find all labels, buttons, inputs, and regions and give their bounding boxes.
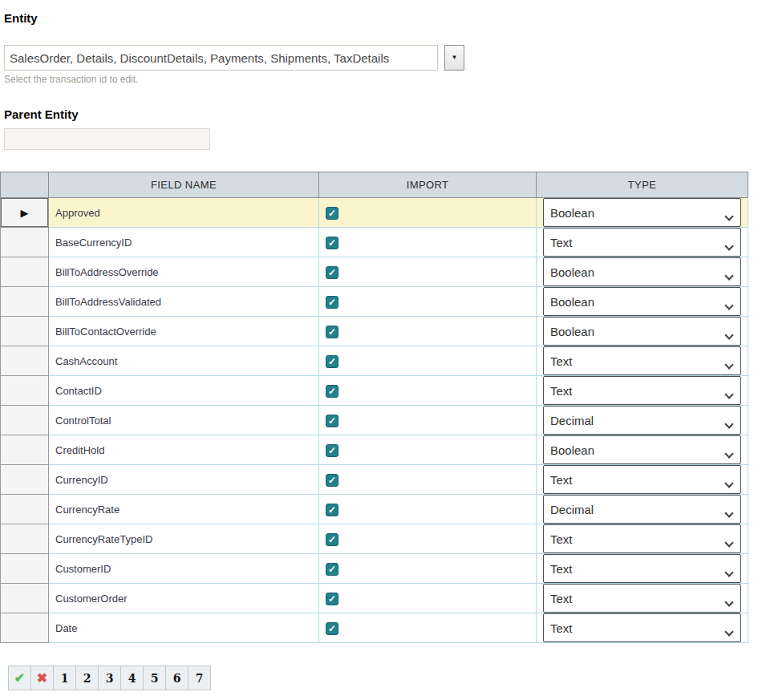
import-cell: ✓: [319, 346, 537, 376]
field-name-text: CreditHold: [55, 444, 104, 456]
import-checkbox[interactable]: ✓: [326, 563, 338, 576]
import-cell: ✓: [319, 317, 537, 346]
type-cell: Text: [537, 584, 748, 613]
table-row[interactable]: ▶ Date ✓ Text: [1, 613, 748, 643]
type-select[interactable]: Decimal: [543, 406, 741, 435]
table-row[interactable]: ▶ BillToAddressValidated ✓ Boolean: [1, 287, 748, 317]
import-checkbox[interactable]: ✓: [326, 504, 338, 516]
field-name-cell: CashAccount: [49, 346, 319, 376]
table-row[interactable]: ▶ CashAccount ✓ Text: [1, 346, 748, 376]
type-select[interactable]: Decimal: [543, 495, 741, 524]
table-row[interactable]: ▶ ContactID ✓ Text: [1, 376, 748, 406]
import-checkbox[interactable]: ✓: [326, 207, 338, 220]
row-selector-cell[interactable]: ▶: [1, 317, 49, 346]
import-checkbox[interactable]: ✓: [326, 355, 338, 368]
row-selector-cell[interactable]: ▶: [1, 435, 49, 465]
type-select[interactable]: Text: [543, 465, 741, 494]
row-selector-cell[interactable]: ▶: [1, 554, 49, 584]
type-select[interactable]: Text: [543, 584, 741, 613]
type-cell: Text: [537, 465, 748, 495]
pager-page-button[interactable]: 1: [53, 666, 76, 690]
pager-cancel-button[interactable]: ✖: [30, 666, 54, 690]
pager-page-button[interactable]: 5: [143, 666, 166, 690]
row-selector-cell[interactable]: ▶: [1, 406, 49, 435]
import-checkbox[interactable]: ✓: [326, 593, 338, 605]
checkmark-icon: ✓: [328, 208, 336, 218]
table-row[interactable]: ▶ ControlTotal ✓ Decimal: [1, 406, 748, 435]
type-select[interactable]: Boolean: [543, 198, 741, 227]
field-name-text: CustomerID: [55, 563, 111, 575]
row-selector-cell[interactable]: ▶: [1, 257, 49, 287]
entity-dropdown-button[interactable]: ▼: [444, 45, 464, 71]
type-select[interactable]: Boolean: [543, 317, 741, 346]
row-selector-cell[interactable]: ▶: [1, 613, 49, 643]
table-row[interactable]: ▶ BillToAddressOverride ✓ Boolean: [1, 257, 748, 287]
pager-page-number: 4: [128, 672, 136, 685]
table-row[interactable]: ▶ CustomerOrder ✓ Text: [1, 584, 748, 613]
row-selector-arrow-icon: ▶: [21, 207, 29, 219]
type-cell: Text: [537, 376, 748, 406]
import-checkbox[interactable]: ✓: [326, 533, 338, 546]
pager-page-button[interactable]: 6: [165, 666, 188, 690]
selector-column-header: [1, 172, 49, 198]
parent-entity-input[interactable]: [4, 128, 210, 150]
row-selector-cell[interactable]: ▶: [1, 376, 49, 406]
field-name-text: ContactID: [55, 385, 102, 397]
import-checkbox[interactable]: ✓: [326, 326, 338, 338]
type-select[interactable]: Text: [543, 613, 741, 642]
field-name-cell: Approved: [49, 198, 319, 228]
import-checkbox[interactable]: ✓: [326, 622, 338, 635]
checkmark-icon: ✓: [328, 475, 336, 485]
table-row[interactable]: ▶ CurrencyID ✓ Text: [1, 465, 748, 495]
pager-confirm-button[interactable]: ✔: [8, 666, 31, 690]
field-name-text: BillToAddressOverride: [55, 266, 159, 278]
import-cell: ✓: [319, 228, 537, 257]
row-selector-cell[interactable]: ▶: [1, 346, 49, 376]
import-checkbox[interactable]: ✓: [326, 444, 338, 457]
table-row[interactable]: ▶ CreditHold ✓ Boolean: [1, 435, 748, 465]
checkmark-icon: ✓: [328, 505, 336, 515]
import-cell: ✓: [319, 435, 537, 465]
type-select[interactable]: Text: [543, 376, 741, 405]
pager-page-button[interactable]: 2: [75, 666, 99, 690]
type-select[interactable]: Boolean: [543, 287, 741, 316]
entity-helper-text: Select the transaction id to edit.: [4, 74, 762, 85]
import-checkbox[interactable]: ✓: [326, 385, 338, 398]
field-name-text: ControlTotal: [55, 415, 111, 427]
table-row[interactable]: ▶ CurrencyRate ✓ Decimal: [1, 495, 748, 524]
pager-page-button[interactable]: 7: [188, 666, 211, 690]
row-selector-cell[interactable]: ▶: [1, 495, 49, 524]
field-name-cell: CurrencyRateTypeID: [49, 524, 319, 554]
import-checkbox[interactable]: ✓: [326, 266, 338, 279]
type-select[interactable]: Text: [543, 228, 741, 257]
field-name-text: BillToAddressValidated: [55, 296, 161, 308]
type-select[interactable]: Text: [543, 554, 741, 583]
row-selector-cell[interactable]: ▶: [1, 198, 49, 228]
table-row[interactable]: ▶ BillToContactOverride ✓ Boolean: [1, 317, 748, 346]
type-select[interactable]: Boolean: [543, 257, 741, 286]
row-selector-cell[interactable]: ▶: [1, 287, 49, 317]
import-checkbox[interactable]: ✓: [326, 415, 338, 427]
table-row[interactable]: ▶ Approved ✓ Boolean: [1, 198, 748, 228]
row-selector-cell[interactable]: ▶: [1, 584, 49, 613]
pager-page-button[interactable]: 3: [98, 666, 121, 690]
table-row[interactable]: ▶ CustomerID ✓ Text: [1, 554, 748, 584]
field-name-cell: BillToAddressValidated: [49, 287, 319, 317]
checkmark-icon: ✓: [328, 594, 336, 604]
import-checkbox[interactable]: ✓: [326, 296, 338, 309]
import-cell: ✓: [319, 198, 537, 228]
type-cell: Boolean: [537, 198, 748, 228]
row-selector-cell[interactable]: ▶: [1, 465, 49, 495]
type-select[interactable]: Text: [543, 346, 741, 375]
row-selector-cell[interactable]: ▶: [1, 228, 49, 257]
import-checkbox[interactable]: ✓: [326, 474, 338, 487]
entity-input[interactable]: [4, 45, 438, 71]
field-name-text: CustomerOrder: [55, 593, 128, 605]
row-selector-cell[interactable]: ▶: [1, 524, 49, 554]
type-select[interactable]: Boolean: [543, 435, 741, 464]
pager-page-button[interactable]: 4: [120, 666, 144, 690]
import-checkbox[interactable]: ✓: [326, 237, 338, 249]
table-row[interactable]: ▶ CurrencyRateTypeID ✓ Text: [1, 524, 748, 554]
table-row[interactable]: ▶ BaseCurrencyID ✓ Text: [1, 228, 748, 257]
type-select[interactable]: Text: [543, 524, 741, 553]
